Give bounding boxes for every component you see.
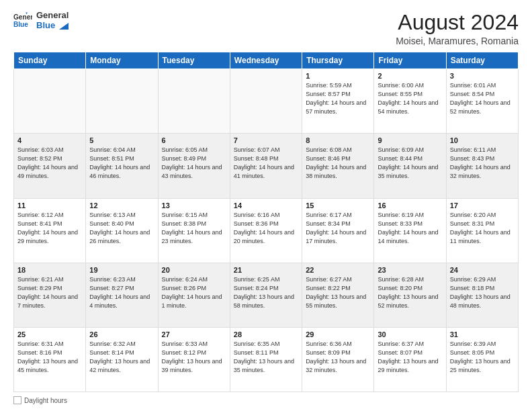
day-header-sunday: Sunday [14,52,86,69]
cell-day-number: 12 [89,201,154,210]
cell-day-number: 23 [378,266,442,274]
week-row-0: 1Sunrise: 5:59 AMSunset: 8:57 PMDaylight… [14,69,519,134]
cell-13: 13Sunrise: 6:15 AMSunset: 8:38 PMDayligh… [158,198,230,263]
cell-day-number: 28 [234,330,298,338]
cell-9: 9Sunrise: 6:09 AMSunset: 8:44 PMDaylight… [374,134,446,198]
calendar: SundayMondayTuesdayWednesdayThursdayFrid… [13,52,519,392]
cell-17: 17Sunrise: 6:20 AMSunset: 8:31 PMDayligh… [446,198,518,263]
day-header-monday: Monday [86,52,158,69]
cell-2: 2Sunrise: 6:00 AMSunset: 8:55 PMDaylight… [374,69,446,134]
cell-20: 20Sunrise: 6:24 AMSunset: 8:26 PMDayligh… [158,263,230,327]
cell-day-number: 20 [162,266,226,274]
header-row: General Blue General Blue August 2024 Mo… [13,11,519,46]
cell-info: Sunrise: 6:33 AMSunset: 8:12 PMDaylight:… [162,340,226,375]
cell-day-number: 13 [162,201,226,210]
cell-day-number: 19 [89,266,154,274]
cell-day-number: 9 [378,136,442,144]
cell-info: Sunrise: 6:19 AMSunset: 8:33 PMDaylight:… [378,211,442,246]
cell-10: 10Sunrise: 6:11 AMSunset: 8:43 PMDayligh… [446,134,518,198]
day-header-friday: Friday [374,52,446,69]
cell-empty-0 [14,69,86,134]
cell-day-number: 22 [306,266,370,274]
cell-day-number: 27 [162,330,226,338]
cell-info: Sunrise: 6:27 AMSunset: 8:22 PMDaylight:… [306,275,370,310]
cell-day-number: 24 [450,266,515,274]
day-header-wednesday: Wednesday [230,52,302,69]
cell-info: Sunrise: 6:39 AMSunset: 8:05 PMDaylight:… [450,340,515,375]
legend-box [13,396,21,404]
footer: Daylight hours [13,396,519,404]
cell-30: 30Sunrise: 6:37 AMSunset: 8:07 PMDayligh… [374,327,446,392]
cell-info: Sunrise: 6:03 AMSunset: 8:52 PMDaylight:… [17,146,82,181]
cell-3: 3Sunrise: 6:01 AMSunset: 8:54 PMDaylight… [446,69,518,134]
cell-day-number: 10 [450,136,515,144]
cell-7: 7Sunrise: 6:07 AMSunset: 8:48 PMDaylight… [230,134,302,198]
cell-14: 14Sunrise: 6:16 AMSunset: 8:36 PMDayligh… [230,198,302,263]
cell-info: Sunrise: 6:05 AMSunset: 8:49 PMDaylight:… [162,146,226,181]
cell-info: Sunrise: 6:16 AMSunset: 8:36 PMDaylight:… [234,211,298,246]
cell-info: Sunrise: 6:21 AMSunset: 8:29 PMDaylight:… [17,275,82,310]
cell-day-number: 25 [17,330,82,338]
cell-info: Sunrise: 6:15 AMSunset: 8:38 PMDaylight:… [162,211,226,246]
cell-12: 12Sunrise: 6:13 AMSunset: 8:40 PMDayligh… [86,198,158,263]
header-row-days: SundayMondayTuesdayWednesdayThursdayFrid… [14,52,519,69]
cell-day-number: 29 [306,330,370,338]
cell-info: Sunrise: 6:09 AMSunset: 8:44 PMDaylight:… [378,146,442,181]
week-row-2: 11Sunrise: 6:12 AMSunset: 8:41 PMDayligh… [14,198,519,263]
daylight-legend: Daylight hours [13,396,67,404]
week-row-3: 18Sunrise: 6:21 AMSunset: 8:29 PMDayligh… [14,263,519,327]
week-row-4: 25Sunrise: 6:31 AMSunset: 8:16 PMDayligh… [14,327,519,392]
cell-info: Sunrise: 6:29 AMSunset: 8:18 PMDaylight:… [450,275,515,310]
cell-empty-1 [86,69,158,134]
cell-27: 27Sunrise: 6:33 AMSunset: 8:12 PMDayligh… [158,327,230,392]
cell-day-number: 31 [450,330,515,338]
cell-6: 6Sunrise: 6:05 AMSunset: 8:49 PMDaylight… [158,134,230,198]
main-title: August 2024 [396,11,519,34]
cell-info: Sunrise: 6:31 AMSunset: 8:16 PMDaylight:… [17,340,82,375]
title-block: August 2024 Moisei, Maramures, Romania [396,11,519,46]
cell-info: Sunrise: 6:23 AMSunset: 8:27 PMDaylight:… [89,275,154,310]
cell-info: Sunrise: 6:12 AMSunset: 8:41 PMDaylight:… [17,211,82,246]
cell-empty-2 [158,69,230,134]
cell-29: 29Sunrise: 6:36 AMSunset: 8:09 PMDayligh… [302,327,374,392]
cell-21: 21Sunrise: 6:25 AMSunset: 8:24 PMDayligh… [230,263,302,327]
cell-info: Sunrise: 6:28 AMSunset: 8:20 PMDaylight:… [378,275,442,310]
cell-day-number: 2 [378,72,442,80]
cell-info: Sunrise: 6:08 AMSunset: 8:46 PMDaylight:… [306,146,370,181]
cell-day-number: 18 [17,266,82,274]
logo: General Blue General Blue [13,11,69,31]
cell-info: Sunrise: 6:04 AMSunset: 8:51 PMDaylight:… [89,146,154,181]
cell-day-number: 11 [17,201,82,210]
cell-day-number: 17 [450,201,515,210]
calendar-table: SundayMondayTuesdayWednesdayThursdayFrid… [13,52,519,392]
cell-day-number: 4 [17,136,82,144]
cell-8: 8Sunrise: 6:08 AMSunset: 8:46 PMDaylight… [302,134,374,198]
cell-day-number: 15 [306,201,370,210]
cell-1: 1Sunrise: 5:59 AMSunset: 8:57 PMDaylight… [302,69,374,134]
cell-info: Sunrise: 6:37 AMSunset: 8:07 PMDaylight:… [378,340,442,375]
cell-22: 22Sunrise: 6:27 AMSunset: 8:22 PMDayligh… [302,263,374,327]
logo-blue: Blue [36,21,69,31]
cell-day-number: 30 [378,330,442,338]
cell-info: Sunrise: 6:07 AMSunset: 8:48 PMDaylight:… [234,146,298,181]
cell-empty-3 [230,69,302,134]
cell-15: 15Sunrise: 6:17 AMSunset: 8:34 PMDayligh… [302,198,374,263]
cell-day-number: 7 [234,136,298,144]
cell-4: 4Sunrise: 6:03 AMSunset: 8:52 PMDaylight… [14,134,86,198]
cell-info: Sunrise: 5:59 AMSunset: 8:57 PMDaylight:… [306,81,370,116]
cell-info: Sunrise: 6:17 AMSunset: 8:34 PMDaylight:… [306,211,370,246]
cell-info: Sunrise: 6:11 AMSunset: 8:43 PMDaylight:… [450,146,515,181]
cell-info: Sunrise: 6:20 AMSunset: 8:31 PMDaylight:… [450,211,515,246]
cell-day-number: 26 [89,330,154,338]
day-header-thursday: Thursday [302,52,374,69]
cell-info: Sunrise: 6:24 AMSunset: 8:26 PMDaylight:… [162,275,226,310]
cell-info: Sunrise: 6:00 AMSunset: 8:55 PMDaylight:… [378,81,442,116]
svg-text:General: General [13,13,32,21]
cell-info: Sunrise: 6:13 AMSunset: 8:40 PMDaylight:… [89,211,154,246]
page: General Blue General Blue August 2024 Mo… [0,0,532,411]
cell-info: Sunrise: 6:36 AMSunset: 8:09 PMDaylight:… [306,340,370,375]
logo-icon: General Blue [13,11,32,30]
cell-day-number: 21 [234,266,298,274]
cell-day-number: 1 [306,72,370,80]
cell-26: 26Sunrise: 6:32 AMSunset: 8:14 PMDayligh… [86,327,158,392]
